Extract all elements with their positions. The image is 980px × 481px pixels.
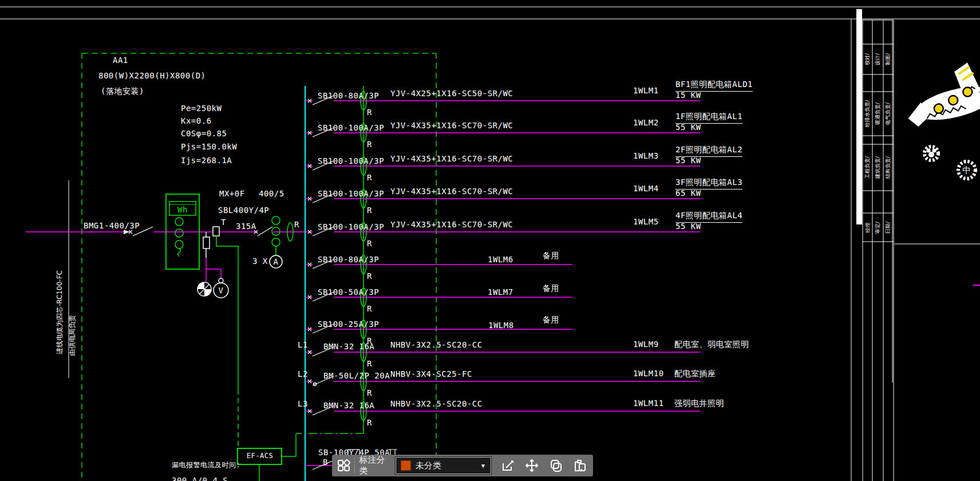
copy-icon bbox=[549, 459, 563, 472]
titleblock-cell-architecture: 建筑负责/ bbox=[872, 144, 883, 191]
row-load: 备用 bbox=[543, 315, 559, 325]
row-phase: L1 bbox=[298, 340, 308, 349]
row-restart-tag: R bbox=[367, 418, 372, 427]
cad-canvas[interactable]: AA1 800(W)X2200(H)X800(D) (落地安装) Pe=250k… bbox=[0, 0, 980, 481]
row-restart-tag: R bbox=[367, 388, 372, 397]
titleblock-cell-design: 设计/ bbox=[872, 44, 883, 74]
edit-icon bbox=[501, 459, 515, 472]
row-circuit-id: 1WLM1 bbox=[633, 86, 659, 95]
row-restart-tag: R bbox=[367, 140, 372, 149]
row-power: 55 KW bbox=[675, 123, 701, 132]
row-cable: NHBV-3X2.5-SC20-CC bbox=[390, 399, 483, 408]
row-phase: L3 bbox=[298, 399, 308, 408]
ct-model-label: MX+0F bbox=[219, 189, 245, 198]
row-cable: YJV-4X35+1X16-SC70-SR/WC bbox=[390, 154, 513, 163]
panel-param-pe: Pe=250kW bbox=[181, 104, 222, 113]
row-circuit-id: 1WLM8 bbox=[488, 321, 514, 330]
row-breaker: SB100-100A/3P bbox=[318, 156, 384, 165]
row-circuit-id: 1WLM4 bbox=[633, 184, 659, 193]
row-breaker: BMN-32 16A bbox=[323, 342, 374, 351]
category-label: 标注分类 bbox=[359, 455, 390, 476]
row-restart-tag: R bbox=[367, 108, 372, 117]
row-power: 55 KW bbox=[675, 222, 701, 231]
panel-param-ijs: Ijs=268.1A bbox=[181, 156, 232, 165]
titleblock-cell-electrical: 电气负责/ bbox=[883, 92, 893, 136]
category-dropdown[interactable]: 未分类 ▼ bbox=[396, 457, 491, 474]
titleblock-cell-project: 工程负责/ bbox=[863, 144, 872, 191]
move-annotation-button[interactable] bbox=[523, 458, 540, 474]
row-breaker: SB100-100A/3P bbox=[318, 222, 384, 231]
toolbar-divider bbox=[354, 458, 355, 473]
row-cable: YJV-4X35+1X16-SC70-SR/WC bbox=[390, 121, 513, 130]
incoming-cable-note: 进线电缆为四芯-RC100-FC bbox=[53, 240, 66, 384]
leakage-value: 300 A/0.4 S bbox=[172, 476, 228, 481]
category-color-swatch bbox=[401, 460, 411, 471]
panel-mount-type: (落地安装) bbox=[101, 86, 144, 97]
trip-current-label: 315A bbox=[236, 222, 256, 231]
row-breaker: SB100-25A/3P bbox=[318, 320, 379, 329]
row-breaker: BMN-32 16A bbox=[323, 401, 374, 410]
row-circuit-id: 1WLM6 bbox=[488, 255, 513, 264]
voltmeter-symbol: V bbox=[215, 286, 227, 295]
row-breaker: SB100-80A/3P bbox=[318, 255, 379, 264]
panel-dimensions: 800(W)X2200(H)X800(D) bbox=[98, 71, 206, 80]
row-load: 备用 bbox=[543, 251, 559, 261]
stamp-zhong-text: 中 bbox=[961, 165, 973, 176]
row-power: 65 KW bbox=[675, 188, 701, 198]
apps-grid-button[interactable] bbox=[337, 458, 352, 474]
bottom-partial-text: B bbox=[323, 458, 328, 467]
row-breaker: SB100-50A/3P bbox=[318, 287, 379, 297]
row-load: 配电室插座 bbox=[674, 369, 716, 379]
row-restart-tag: R bbox=[367, 359, 372, 368]
titleblock-cell-plumbing: 给排水负责/ bbox=[863, 92, 872, 136]
row-circuit-id: 1WLM5 bbox=[633, 217, 659, 226]
panel-param-pjs: Pjs=150.0kW bbox=[181, 142, 237, 151]
titleblock-cell-manager: 经理 bbox=[863, 213, 872, 242]
row-cable: YJV-4X35+1X16-SC70-SR/WC bbox=[390, 220, 513, 229]
row-circuit-id: 1WLM11 bbox=[633, 399, 664, 408]
row-circuit-id: 1WLM7 bbox=[488, 287, 513, 297]
row-restart-tag: R bbox=[367, 206, 372, 215]
caret-down-icon: ▼ bbox=[480, 463, 486, 469]
row-cable: YJV-4X25+1X16-SC50-SR/WC bbox=[390, 89, 513, 98]
row-load: 备用 bbox=[543, 283, 559, 294]
titleblock-cell-proof: 校对/ bbox=[863, 44, 872, 74]
row-load: 1F照明配电箱AL1 bbox=[675, 112, 742, 124]
apps-grid-icon bbox=[337, 459, 351, 472]
row-load: 强弱电井照明 bbox=[674, 399, 724, 409]
wh-meter-label: Wh bbox=[171, 205, 194, 214]
row-breaker: BM-50L/2P 20A bbox=[323, 371, 390, 380]
row-power: 55 KW bbox=[675, 156, 701, 165]
main-restart-tag: R bbox=[294, 220, 299, 229]
copy-annotation-button[interactable] bbox=[547, 458, 564, 474]
annotation-toolbar: 标注分类 未分类 ▼ bbox=[332, 455, 593, 476]
edit-annotation-button[interactable] bbox=[499, 458, 516, 474]
panel-param-kx: Kx=0.6 bbox=[181, 116, 212, 125]
titleblock-cell-structure: 结构负责/ bbox=[883, 144, 893, 191]
row-restart-tag: R bbox=[367, 239, 372, 248]
titleblock-cell-hvac: 暖通负责/ bbox=[872, 92, 883, 136]
row-restart-tag: R bbox=[367, 173, 372, 182]
transformer-tag: T bbox=[221, 218, 226, 227]
row-circuit-id: 1WLM10 bbox=[633, 369, 664, 378]
ct-ratio-label: 400/5 bbox=[259, 189, 284, 198]
row-load: BF1照明配电箱ALD1 bbox=[675, 80, 753, 92]
paste-icon bbox=[573, 459, 587, 472]
paste-annotation-button[interactable] bbox=[571, 458, 588, 474]
row-power: 15 KW bbox=[675, 90, 701, 100]
row-load: 2F照明配电箱AL2 bbox=[675, 145, 742, 157]
row-restart-tag: R bbox=[367, 271, 372, 281]
incoming-supply-note: 由供电局负责 bbox=[66, 286, 78, 384]
titleblock-cell-date: 日期/ bbox=[883, 213, 893, 242]
row-cable: NHBV-3X2.5-SC20-CC bbox=[390, 340, 483, 349]
row-cable: YJV-4X35+1X16-SC70-SR/WC bbox=[390, 187, 513, 196]
incoming-breaker-label: BMG1-400/3P bbox=[84, 221, 140, 230]
row-circuit-id: 1WLM2 bbox=[633, 118, 659, 127]
row-breaker: SB100-80A/3P bbox=[318, 91, 379, 100]
row-load: 3F照明配电箱AL3 bbox=[675, 178, 742, 190]
titleblock-cell-approve: 审定/ bbox=[872, 213, 883, 242]
panel-name: AA1 bbox=[113, 56, 128, 65]
row-circuit-id: 1WLM9 bbox=[633, 340, 659, 349]
row-restart-tag: R bbox=[367, 304, 372, 313]
ammeter-qty-label: 3 X bbox=[252, 257, 268, 266]
